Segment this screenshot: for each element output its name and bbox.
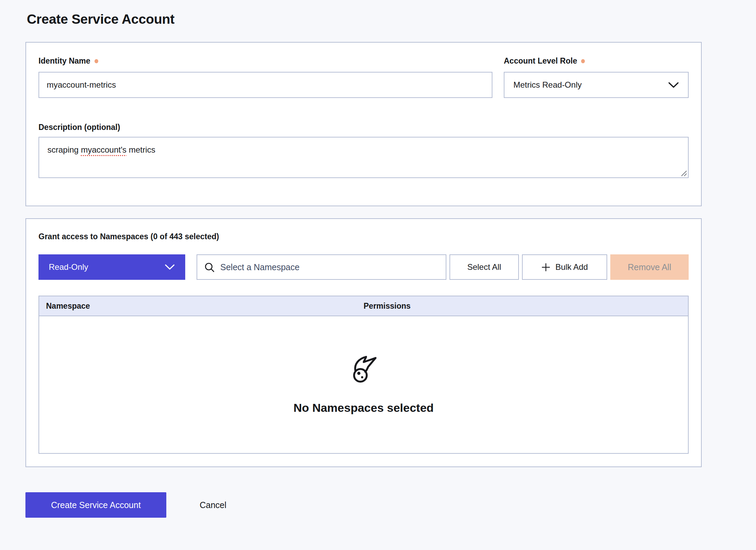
description-text-after: metrics bbox=[126, 145, 155, 154]
create-service-account-page: Create Service Account Identity Name Acc… bbox=[0, 0, 756, 518]
create-service-account-button[interactable]: Create Service Account bbox=[25, 492, 166, 518]
identity-panel: Identity Name Account Level Role Metrics… bbox=[25, 42, 702, 206]
namespaces-table-body: No Namespaces selected bbox=[39, 316, 688, 453]
account-level-role-label: Account Level Role bbox=[504, 56, 577, 66]
namespaces-toolbar: Read-Only Select All Bulk Add Remove All bbox=[38, 254, 689, 280]
permissions-column-header: Permissions bbox=[364, 301, 688, 311]
namespace-column-header: Namespace bbox=[39, 301, 364, 311]
namespaces-heading: Grant access to Namespaces (0 of 443 sel… bbox=[38, 232, 219, 241]
cancel-button[interactable]: Cancel bbox=[200, 500, 226, 510]
chevron-down-icon bbox=[165, 264, 175, 270]
empty-state-text: No Namespaces selected bbox=[293, 401, 434, 415]
required-indicator bbox=[94, 59, 98, 63]
identity-name-label: Identity Name bbox=[38, 56, 90, 66]
namespaces-table: Namespace Permissions No Namespaces sele… bbox=[38, 296, 689, 454]
namespaces-table-header: Namespace Permissions bbox=[39, 296, 688, 316]
bulk-add-label: Bulk Add bbox=[555, 262, 588, 272]
form-actions: Create Service Account Cancel bbox=[25, 492, 756, 518]
account-level-role-select[interactable]: Metrics Read-Only bbox=[504, 72, 689, 98]
namespace-search-input[interactable] bbox=[220, 262, 439, 272]
select-all-button[interactable]: Select All bbox=[449, 254, 519, 280]
search-icon bbox=[204, 262, 215, 273]
remove-all-button[interactable]: Remove All bbox=[610, 254, 689, 280]
page-title: Create Service Account bbox=[27, 12, 756, 27]
namespace-search bbox=[197, 254, 446, 280]
description-label: Description (optional) bbox=[38, 123, 120, 132]
permission-dropdown[interactable]: Read-Only bbox=[38, 254, 185, 280]
required-indicator bbox=[581, 59, 585, 63]
plus-icon bbox=[541, 263, 551, 272]
identity-name-input[interactable] bbox=[38, 72, 492, 98]
comet-icon bbox=[348, 355, 379, 387]
resize-handle-icon[interactable] bbox=[680, 169, 687, 177]
bulk-add-button[interactable]: Bulk Add bbox=[522, 254, 607, 280]
permission-dropdown-value: Read-Only bbox=[49, 262, 88, 272]
namespaces-panel: Grant access to Namespaces (0 of 443 sel… bbox=[25, 218, 702, 467]
chevron-down-icon bbox=[668, 82, 679, 88]
description-textarea[interactable]: scraping myaccount's metrics bbox=[38, 137, 689, 178]
description-misspelled-word: myaccount's bbox=[81, 145, 126, 154]
description-text-before: scraping bbox=[47, 145, 81, 154]
account-level-role-value: Metrics Read-Only bbox=[513, 80, 582, 90]
